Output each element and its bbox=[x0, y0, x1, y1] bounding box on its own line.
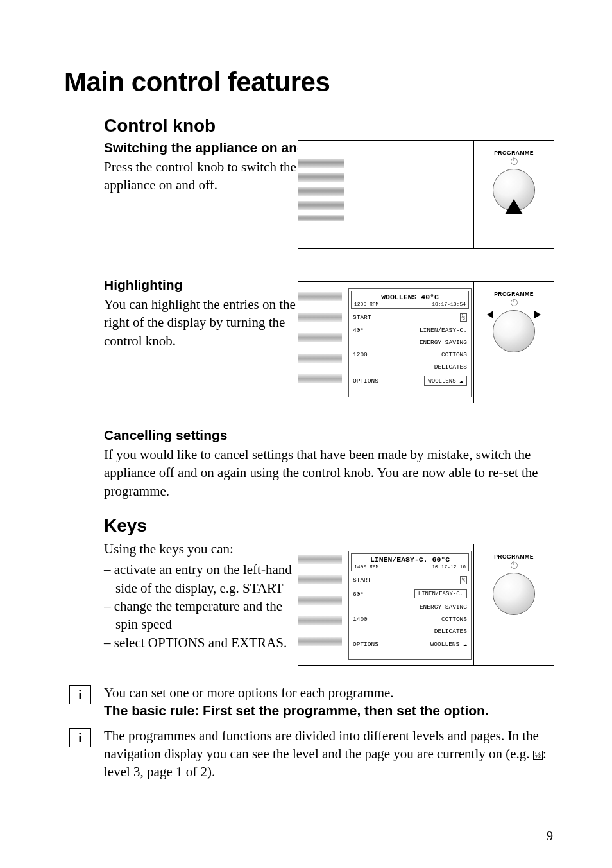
info-note-1: You can set one or more options for each… bbox=[69, 684, 554, 720]
arrow-right-icon bbox=[534, 311, 541, 318]
heading-control-knob: Control knob bbox=[104, 116, 554, 136]
control-knob-icon bbox=[493, 310, 535, 352]
text-keys-intro: Using the keys you can: bbox=[104, 540, 296, 558]
arrow-left-icon bbox=[487, 311, 493, 318]
lcd-woollens: WOOLLENS 40°C 1200 RPM10:17-10:54 START⅓… bbox=[348, 288, 472, 397]
programme-label: PROGRAMME bbox=[494, 150, 534, 156]
text-highlighting: You can highlight the entries on the rig… bbox=[104, 295, 296, 350]
top-rule bbox=[64, 55, 554, 55]
level-page-icon: ½ bbox=[533, 751, 543, 760]
arrow-up-icon bbox=[505, 199, 523, 214]
power-icon bbox=[511, 158, 518, 165]
keys-bullet-list: activate an entry on the left-hand side … bbox=[104, 560, 303, 652]
text-cancelling: If you would like to cancel settings tha… bbox=[104, 446, 554, 500]
info-note-2: The programmes and functions are divided… bbox=[69, 727, 554, 781]
panel-keys-illustration: LINEN/EASY-C. 60°C 1400 RPM10:17-12:16 S… bbox=[298, 544, 554, 666]
list-item: change the temperature and the spin spee… bbox=[104, 597, 303, 634]
heading-cancelling: Cancelling settings bbox=[104, 428, 554, 443]
lcd-linen: LINEN/EASY-C. 60°C 1400 RPM10:17-12:16 S… bbox=[348, 551, 472, 660]
page-number: 9 bbox=[547, 829, 553, 844]
control-knob-icon bbox=[493, 573, 535, 615]
info-text-part: The programmes and functions are divided… bbox=[104, 728, 539, 761]
programme-label: PROGRAMME bbox=[494, 291, 534, 297]
text-switching: Press the control knob to switch the app… bbox=[104, 158, 296, 195]
info-icon bbox=[69, 685, 91, 704]
info-text-bold: The basic rule: First set the programme,… bbox=[104, 703, 489, 718]
control-knob-icon bbox=[493, 169, 535, 211]
panel-switching-illustration: PROGRAMME bbox=[298, 140, 554, 249]
info-text-line: You can set one or more options for each… bbox=[104, 685, 394, 700]
programme-label: PROGRAMME bbox=[494, 553, 534, 560]
heading-keys: Keys bbox=[104, 516, 554, 536]
power-icon bbox=[511, 299, 518, 306]
list-item: select OPTIONS and EXTRAS. bbox=[104, 634, 303, 652]
panel-highlighting-illustration: WOOLLENS 40°C 1200 RPM10:17-10:54 START⅓… bbox=[298, 281, 554, 403]
list-item: activate an entry on the left-hand side … bbox=[104, 560, 303, 597]
page-title: Main control features bbox=[64, 67, 554, 98]
info-icon bbox=[69, 728, 91, 747]
power-icon bbox=[511, 562, 518, 569]
